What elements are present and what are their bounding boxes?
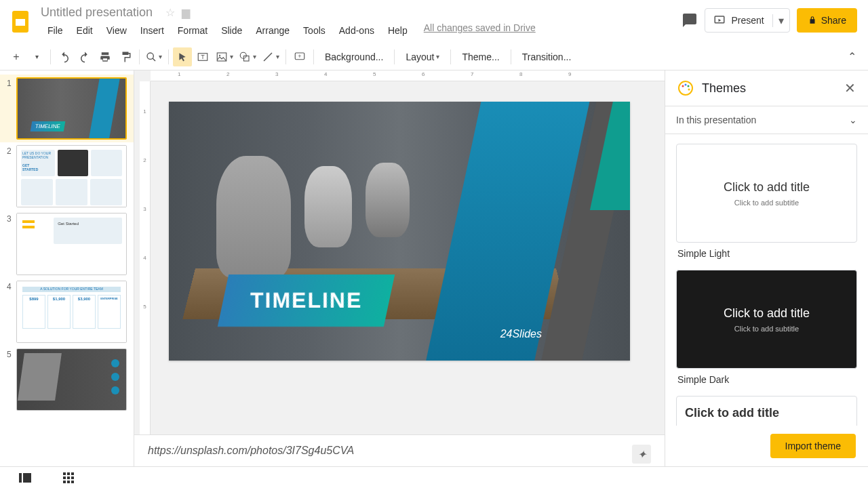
present-caret-icon[interactable]: ▾ [772, 14, 789, 27]
svg-rect-27 [63, 481, 66, 483]
svg-rect-22 [67, 472, 70, 475]
slide-number: 3 [7, 213, 16, 275]
svg-rect-25 [67, 476, 70, 479]
menu-slide[interactable]: Slide [214, 22, 249, 39]
themes-title: Themes [702, 81, 844, 96]
paint-format-button[interactable] [116, 47, 135, 66]
svg-rect-1 [16, 19, 25, 26]
menu-format[interactable]: Format [171, 22, 214, 39]
star-icon[interactable]: ☆ [165, 6, 175, 19]
slide-number: 1 [7, 77, 16, 140]
theme-card-other[interactable]: Click to add title [676, 396, 857, 426]
filmstrip-slide-5[interactable]: 5 [0, 346, 134, 413]
separator [450, 49, 451, 64]
image-button[interactable]: ▾ [214, 47, 235, 66]
menubar: File Edit View Insert Format Slide Arran… [41, 22, 682, 39]
separator [50, 49, 51, 64]
grid-view-button[interactable] [57, 470, 80, 486]
header-actions: Present ▾ Share [682, 8, 857, 33]
themes-header: Themes ✕ [665, 70, 868, 106]
slide-thumb [16, 348, 127, 411]
filmstrip-slide-1[interactable]: 1 TIMELINE [0, 75, 134, 142]
saved-status[interactable]: All changes saved in Drive [424, 22, 536, 39]
menu-edit[interactable]: Edit [70, 22, 100, 39]
svg-point-3 [147, 53, 153, 59]
svg-text:+: + [298, 52, 301, 59]
move-folder-icon[interactable]: ▆ [182, 6, 190, 19]
svg-line-4 [153, 58, 155, 61]
menu-addons[interactable]: Add-ons [332, 22, 381, 39]
textbox-button[interactable]: T [193, 47, 212, 66]
toolbar: + ▾ ▾ T ▾ ▾ ▾ + Background... Layout▾ Th… [0, 43, 868, 70]
comment-button[interactable]: + [290, 47, 309, 66]
separator [168, 49, 169, 64]
close-themes-button[interactable]: ✕ [844, 80, 856, 96]
share-button[interactable]: Share [797, 8, 857, 33]
slide-thumb: TIMELINE [16, 77, 127, 140]
svg-rect-19 [19, 473, 22, 483]
svg-rect-24 [63, 476, 66, 479]
svg-point-14 [679, 81, 692, 95]
slide-thumb: A SOLUTION FOR YOUR ENTIRE TEAM $899 $1,… [16, 281, 127, 343]
svg-line-11 [264, 53, 272, 61]
undo-button[interactable] [55, 47, 74, 66]
theme-name: Simple Light [676, 243, 857, 264]
shape-button[interactable]: ▾ [237, 47, 258, 66]
slides-logo[interactable] [7, 8, 34, 35]
slide-thumb: LET US DO YOURPRESENTATIONGETSTARTED [16, 145, 127, 207]
slide-title-text: TIMELINE [250, 288, 362, 313]
zoom-button[interactable]: ▾ [144, 47, 164, 66]
slide-brand: 24Slides [500, 328, 542, 340]
menu-insert[interactable]: Insert [134, 22, 171, 39]
theme-card-simple-light[interactable]: Click to add title Click to add subtitle… [676, 144, 857, 264]
redo-button[interactable] [75, 47, 94, 66]
explore-button[interactable]: ✦ [632, 445, 651, 464]
active-slide[interactable]: TIMELINE 24Slides [169, 102, 630, 361]
theme-button[interactable]: Theme... [455, 47, 506, 66]
svg-rect-28 [67, 481, 70, 483]
collapse-toolbar-button[interactable]: ⌃ [842, 47, 861, 66]
ruler-horizontal: 123456789 [151, 70, 665, 81]
comments-icon[interactable] [682, 12, 698, 28]
menu-arrange[interactable]: Arrange [249, 22, 296, 39]
new-slide-button[interactable]: + [7, 47, 26, 66]
import-theme-button[interactable]: Import theme [770, 434, 856, 458]
themes-section-toggle[interactable]: In this presentation ⌄ [665, 106, 868, 134]
print-button[interactable] [96, 47, 115, 66]
footer [0, 466, 868, 488]
select-tool-button[interactable] [173, 47, 192, 66]
svg-rect-21 [63, 472, 66, 475]
line-button[interactable]: ▾ [260, 47, 281, 66]
svg-point-8 [219, 54, 220, 56]
palette-icon [677, 80, 694, 96]
filmstrip-view-button[interactable] [14, 470, 37, 486]
menu-view[interactable]: View [100, 22, 134, 39]
filmstrip[interactable]: 1 TIMELINE 2 LET US DO YOURPRESENTATIONG… [0, 70, 134, 466]
theme-card-simple-dark[interactable]: Click to add title Click to add subtitle… [676, 270, 857, 390]
menu-file[interactable]: File [41, 22, 70, 39]
new-slide-caret[interactable]: ▾ [27, 47, 46, 66]
slide-title-box[interactable]: TIMELINE [218, 274, 395, 327]
doc-title[interactable]: Untitled presentation [41, 5, 153, 20]
present-button[interactable]: Present ▾ [705, 8, 789, 33]
themes-panel: Themes ✕ In this presentation ⌄ Click to… [665, 70, 868, 466]
separator [394, 49, 395, 64]
transition-button[interactable]: Transition... [515, 47, 578, 66]
filmstrip-slide-4[interactable]: 4 A SOLUTION FOR YOUR ENTIRE TEAM $899 $… [0, 278, 134, 346]
slide-number: 2 [7, 145, 16, 207]
menu-help[interactable]: Help [381, 22, 414, 39]
canvas-scroll[interactable]: TIMELINE 24Slides [134, 81, 665, 434]
share-label: Share [821, 15, 846, 26]
themes-list[interactable]: Click to add title Click to add subtitle… [665, 134, 868, 426]
layout-button[interactable]: Layout▾ [399, 47, 446, 66]
menu-tools[interactable]: Tools [296, 22, 332, 39]
speaker-notes[interactable]: https://unsplash.com/photos/3I7Sg4u5CVA … [134, 434, 665, 466]
app-header: Untitled presentation ☆ ▆ File Edit View… [0, 0, 868, 43]
filmstrip-slide-3[interactable]: 3 Get Started [0, 210, 134, 278]
theme-name: Simple Dark [676, 369, 857, 390]
separator [511, 49, 511, 64]
background-button[interactable]: Background... [318, 47, 390, 66]
svg-rect-23 [71, 472, 74, 475]
filmstrip-slide-2[interactable]: 2 LET US DO YOURPRESENTATIONGETSTARTED [0, 142, 134, 210]
svg-point-18 [688, 89, 690, 91]
